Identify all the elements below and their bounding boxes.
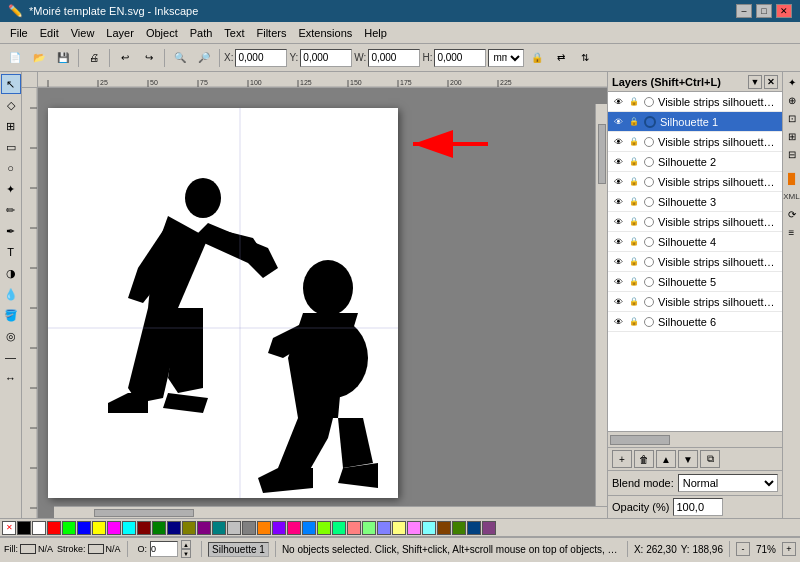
canvas-vscroll[interactable] — [595, 104, 607, 506]
layer-item[interactable]: 👁🔒Silhouette 5 — [608, 272, 782, 292]
layers-hscroll-thumb[interactable] — [610, 435, 670, 445]
coord-y-input[interactable] — [300, 49, 352, 67]
palette-color-swatch[interactable] — [452, 521, 466, 535]
connector-tool[interactable]: — — [1, 347, 21, 367]
move-layer-down-button[interactable]: ▼ — [678, 450, 698, 468]
gradient-tool[interactable]: ◑ — [1, 263, 21, 283]
menu-object[interactable]: Object — [140, 25, 184, 41]
palette-color-swatch[interactable] — [77, 521, 91, 535]
layer-item[interactable]: 👁🔒Visible strips silhouette 3 — [608, 172, 782, 192]
palette-color-swatch[interactable] — [62, 521, 76, 535]
undo-button[interactable]: ↩ — [114, 47, 136, 69]
print-button[interactable]: 🖨 — [83, 47, 105, 69]
pen-tool[interactable]: ✒ — [1, 221, 21, 241]
unit-select[interactable]: mm px cm in pt — [488, 49, 524, 67]
palette-color-swatch[interactable] — [437, 521, 451, 535]
palette-color-swatch[interactable] — [122, 521, 136, 535]
pencil-tool[interactable]: ✏ — [1, 200, 21, 220]
layer-item[interactable]: 👁🔒Visible strips silhouette 1 — [608, 92, 782, 112]
palette-color-swatch[interactable] — [257, 521, 271, 535]
palette-color-swatch[interactable] — [302, 521, 316, 535]
node-tool[interactable]: ◇ — [1, 95, 21, 115]
layer-visibility-icon[interactable]: 👁 — [612, 196, 624, 208]
fill-tool[interactable]: 🪣 — [1, 305, 21, 325]
new-button[interactable]: 📄 — [4, 47, 26, 69]
redo-button[interactable]: ↪ — [138, 47, 160, 69]
palette-color-swatch[interactable] — [407, 521, 421, 535]
menu-layer[interactable]: Layer — [100, 25, 140, 41]
palette-color-swatch[interactable] — [422, 521, 436, 535]
layer-visibility-icon[interactable]: 👁 — [612, 96, 624, 108]
add-layer-button[interactable]: + — [612, 450, 632, 468]
rect-tool[interactable]: ▭ — [1, 137, 21, 157]
palette-color-swatch[interactable] — [362, 521, 376, 535]
layer-visibility-icon[interactable]: 👁 — [612, 276, 624, 288]
layer-visibility-icon[interactable]: 👁 — [612, 136, 624, 148]
flip-v-button[interactable]: ⇅ — [574, 47, 596, 69]
flip-h-button[interactable]: ⇄ — [550, 47, 572, 69]
palette-color-swatch[interactable] — [32, 521, 46, 535]
opacity-status-input[interactable] — [150, 541, 178, 557]
lock-aspect-button[interactable]: 🔒 — [526, 47, 548, 69]
select-tool[interactable]: ↖ — [1, 74, 21, 94]
stroke-swatch[interactable] — [88, 544, 104, 554]
layer-lock-icon[interactable]: 🔒 — [628, 316, 640, 328]
layer-visibility-icon[interactable]: 👁 — [612, 216, 624, 228]
layer-item[interactable]: 👁🔒Visible strips silhouette 2 — [608, 132, 782, 152]
palette-color-swatch[interactable] — [47, 521, 61, 535]
zoom-in-status-button[interactable]: + — [782, 542, 796, 556]
close-button[interactable]: ✕ — [776, 4, 792, 18]
menu-file[interactable]: File — [4, 25, 34, 41]
align-button[interactable]: ≡ — [784, 224, 800, 240]
layer-lock-icon[interactable]: 🔒 — [628, 296, 640, 308]
palette-color-swatch[interactable] — [137, 521, 151, 535]
menu-path[interactable]: Path — [184, 25, 219, 41]
layer-item[interactable]: 👁🔒Silhouette 2 — [608, 152, 782, 172]
layers-scroll-bar[interactable] — [608, 431, 782, 447]
layer-visibility-icon[interactable]: 👁 — [612, 296, 624, 308]
zoom-out-status-button[interactable]: - — [736, 542, 750, 556]
layer-lock-icon[interactable]: 🔒 — [628, 156, 640, 168]
layer-lock-icon[interactable]: 🔒 — [628, 256, 640, 268]
palette-color-swatch[interactable] — [152, 521, 166, 535]
spray-tool[interactable]: ◎ — [1, 326, 21, 346]
palette-color-swatch[interactable] — [167, 521, 181, 535]
fill-swatch[interactable] — [20, 544, 36, 554]
layer-visibility-icon[interactable]: 👁 — [612, 156, 624, 168]
layer-item[interactable]: 👁🔒Visible strips silhouette 6 — [608, 292, 782, 312]
ellipse-tool[interactable]: ○ — [1, 158, 21, 178]
canvas-hscroll[interactable] — [54, 506, 607, 518]
layer-item[interactable]: 👁🔒Visible strips silhouette 5 — [608, 252, 782, 272]
layer-visibility-icon[interactable]: 👁 — [612, 176, 624, 188]
snap-guide-button[interactable]: ⊞ — [784, 128, 800, 144]
palette-color-swatch[interactable] — [287, 521, 301, 535]
menu-text[interactable]: Text — [218, 25, 250, 41]
snap-button[interactable]: ✦ — [784, 74, 800, 90]
zoom-out-button[interactable]: 🔎 — [193, 47, 215, 69]
zoom-tool[interactable]: ⊞ — [1, 116, 21, 136]
layers-close-button[interactable]: ✕ — [764, 75, 778, 89]
menu-view[interactable]: View — [65, 25, 101, 41]
eyedropper-tool[interactable]: 💧 — [1, 284, 21, 304]
opacity-spin-down[interactable]: ▼ — [181, 549, 191, 558]
snap-bbox-button[interactable]: ⊡ — [784, 110, 800, 126]
opacity-spinner[interactable]: ▲ ▼ — [181, 540, 191, 558]
layer-item[interactable]: 👁🔒Silhouette 4 — [608, 232, 782, 252]
layer-lock-icon[interactable]: 🔒 — [628, 116, 640, 128]
hscroll-thumb[interactable] — [94, 509, 194, 517]
palette-color-swatch[interactable] — [107, 521, 121, 535]
layer-item[interactable]: 👁🔒Silhouette 6 — [608, 312, 782, 332]
palette-color-swatch[interactable] — [272, 521, 286, 535]
layer-lock-icon[interactable]: 🔒 — [628, 136, 640, 148]
open-button[interactable]: 📂 — [28, 47, 50, 69]
layer-lock-icon[interactable]: 🔒 — [628, 196, 640, 208]
layer-item[interactable]: 👁🔒Visible strips silhouette 4 — [608, 212, 782, 232]
snap-nodes-button[interactable]: ⊕ — [784, 92, 800, 108]
vscroll-thumb[interactable] — [598, 124, 606, 184]
palette-color-swatch[interactable] — [377, 521, 391, 535]
xml-editor-button[interactable]: XML — [784, 188, 800, 204]
blend-mode-select[interactable]: Normal Multiply Screen Overlay Darken Li… — [678, 474, 778, 492]
palette-color-swatch[interactable] — [392, 521, 406, 535]
measure-tool[interactable]: ↔ — [1, 368, 21, 388]
palette-color-swatch[interactable] — [347, 521, 361, 535]
